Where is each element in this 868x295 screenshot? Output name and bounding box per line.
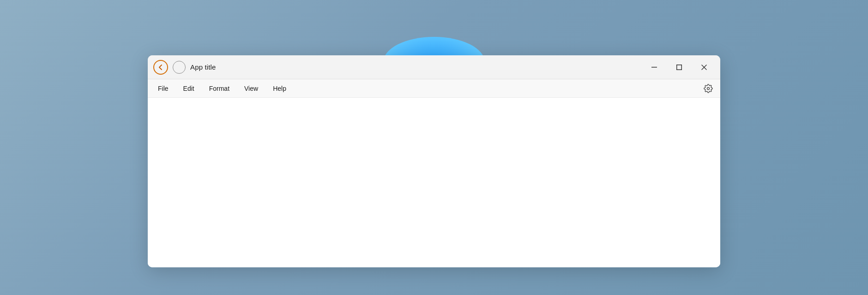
close-icon (701, 65, 707, 70)
content-area (148, 98, 720, 267)
svg-rect-0 (651, 67, 657, 68)
app-icon (173, 61, 186, 74)
app-window: App title File Ed (148, 55, 720, 267)
menu-items: File Edit Format View Help (151, 83, 700, 94)
title-bar-left: App title (153, 60, 644, 75)
maximize-icon (676, 65, 682, 70)
menu-bar: File Edit Format View Help (148, 79, 720, 98)
title-bar: App title (148, 55, 720, 79)
maximize-button[interactable] (669, 60, 690, 75)
svg-rect-1 (677, 65, 682, 70)
menu-item-help[interactable]: Help (266, 83, 293, 94)
menu-item-format[interactable]: Format (203, 83, 236, 94)
back-arrow-icon (157, 64, 164, 71)
settings-button[interactable] (700, 80, 717, 97)
minimize-icon (651, 67, 657, 68)
back-button[interactable] (153, 60, 168, 75)
menu-item-file[interactable]: File (151, 83, 175, 94)
menu-item-view[interactable]: View (238, 83, 265, 94)
menu-bar-right (700, 80, 717, 97)
minimize-button[interactable] (644, 60, 665, 75)
app-title: App title (190, 63, 216, 71)
title-bar-controls (644, 60, 715, 75)
close-button[interactable] (693, 60, 715, 75)
menu-item-edit[interactable]: Edit (177, 83, 201, 94)
gear-icon (704, 84, 713, 93)
